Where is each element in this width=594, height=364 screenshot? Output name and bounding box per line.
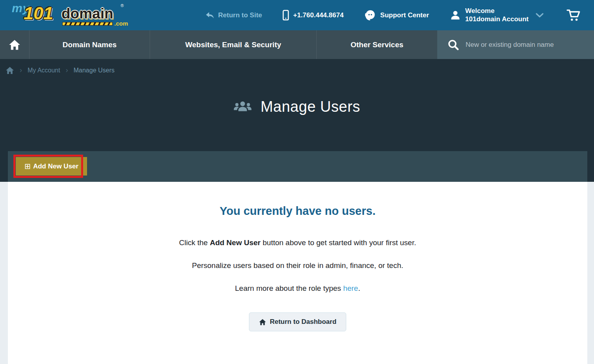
registered-mark: ® bbox=[121, 3, 124, 8]
support-center-link[interactable]: Support Center bbox=[364, 9, 429, 21]
header-actions: Return to Site +1.760.444.8674 bbox=[206, 7, 581, 23]
plus-square-icon: ⊞ bbox=[24, 162, 31, 171]
users-group-icon bbox=[234, 100, 252, 114]
main-nav: Domain Names Websites, Email & Security … bbox=[0, 30, 594, 59]
page-title: Manage Users bbox=[260, 98, 360, 115]
role-types-here-link[interactable]: here bbox=[343, 284, 358, 292]
phone-number: +1.760.444.8674 bbox=[293, 11, 343, 19]
page: my 101 domain .com ® Return to Site bbox=[0, 0, 594, 364]
breadcrumb-separator: › bbox=[66, 66, 68, 74]
headset-icon bbox=[364, 9, 376, 21]
content-area: You currently have no users. Click the A… bbox=[8, 182, 587, 364]
breadcrumb-my-account[interactable]: My Account bbox=[28, 67, 60, 74]
logo-com-text: .com bbox=[114, 20, 128, 27]
account-menu[interactable]: Welcome 101domain Account bbox=[449, 7, 544, 23]
learn-more-text: Learn more about the role types here. bbox=[8, 284, 587, 293]
logo-hazard-stripes bbox=[62, 22, 113, 26]
domain-search-box[interactable] bbox=[437, 30, 594, 59]
instruction-text: button above to get started with your fi… bbox=[260, 238, 416, 247]
personalize-text: Personalize users based on their role in… bbox=[8, 261, 587, 270]
return-to-site-label: Return to Site bbox=[218, 11, 262, 19]
logo-101-text: 101 bbox=[24, 3, 53, 24]
nav-tab-label: Other Services bbox=[351, 41, 403, 49]
phone-link[interactable]: +1.760.444.8674 bbox=[282, 10, 343, 20]
return-arrow-icon bbox=[206, 12, 214, 19]
welcome-text: Welcome 101domain Account bbox=[465, 7, 529, 23]
home-icon bbox=[259, 319, 266, 325]
nav-tab-label: Domain Names bbox=[63, 41, 117, 49]
welcome-line2: 101domain Account bbox=[465, 15, 529, 23]
instruction-bold: Add New User bbox=[210, 238, 261, 247]
instruction-text: Click the bbox=[179, 238, 210, 247]
logo-domain-text: domain bbox=[61, 6, 113, 22]
top-header: my 101 domain .com ® Return to Site bbox=[0, 0, 594, 30]
welcome-line1: Welcome bbox=[465, 7, 494, 15]
nav-tab-websites-email-security[interactable]: Websites, Email & Security bbox=[150, 30, 317, 59]
empty-state-heading: You currently have no users. bbox=[8, 205, 587, 218]
logo-my101domain[interactable]: my 101 domain .com ® bbox=[11, 2, 125, 29]
learn-more-suffix: . bbox=[358, 284, 360, 292]
page-title-row: Manage Users bbox=[0, 98, 594, 115]
chevron-down-icon bbox=[536, 13, 544, 18]
users-toolbar: ⊞ Add New User bbox=[8, 151, 587, 182]
return-to-dashboard-label: Return to Dashboard bbox=[270, 318, 336, 326]
cart-button[interactable] bbox=[566, 9, 581, 22]
breadcrumb: › My Account › Manage Users bbox=[6, 66, 115, 74]
add-new-user-label: Add New User bbox=[33, 163, 78, 170]
breadcrumb-home-icon[interactable] bbox=[6, 67, 14, 74]
nav-tab-label: Websites, Email & Security bbox=[185, 41, 281, 49]
return-to-site-link[interactable]: Return to Site bbox=[206, 11, 262, 19]
empty-state-instruction: Click the Add New User button above to g… bbox=[8, 238, 587, 247]
learn-more-prefix: Learn more about the role types bbox=[235, 284, 343, 292]
mobile-phone-icon bbox=[282, 10, 289, 20]
support-center-label: Support Center bbox=[380, 11, 429, 19]
breadcrumb-manage-users[interactable]: Manage Users bbox=[74, 67, 115, 74]
return-to-dashboard-button[interactable]: Return to Dashboard bbox=[249, 312, 346, 331]
user-avatar-icon bbox=[449, 9, 461, 21]
add-new-user-button[interactable]: ⊞ Add New User bbox=[16, 157, 87, 176]
nav-home-button[interactable] bbox=[0, 30, 30, 59]
nav-tab-domain-names[interactable]: Domain Names bbox=[30, 30, 150, 59]
home-icon bbox=[9, 39, 20, 50]
shopping-cart-icon bbox=[566, 9, 581, 22]
domain-search-input[interactable] bbox=[466, 41, 584, 49]
search-icon bbox=[447, 39, 459, 51]
breadcrumb-separator: › bbox=[20, 66, 22, 74]
nav-tab-other-services[interactable]: Other Services bbox=[317, 30, 437, 59]
